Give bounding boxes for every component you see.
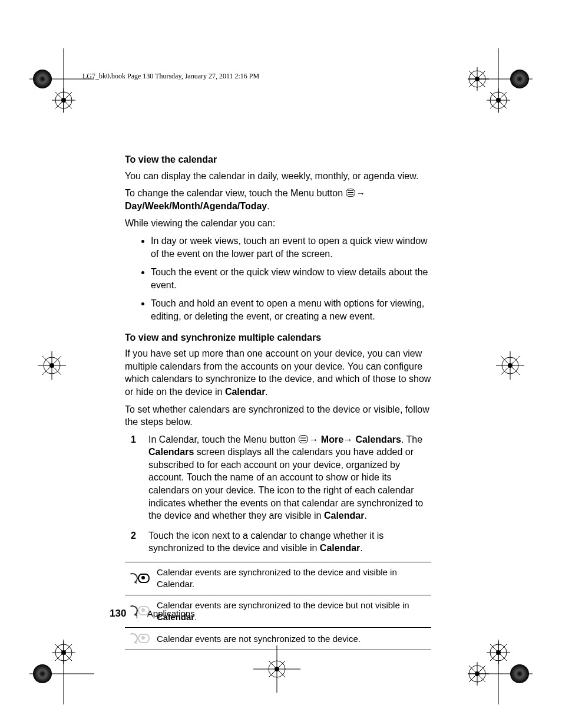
list-item: Touch and hold an event to open a menu w… bbox=[151, 297, 431, 322]
text: . bbox=[360, 543, 362, 553]
menu-button-icon bbox=[299, 435, 308, 443]
app-name: Calendar bbox=[320, 543, 360, 553]
svg-point-2 bbox=[33, 70, 52, 88]
footer-separator: | bbox=[136, 608, 138, 618]
app-name: Calendar bbox=[225, 387, 265, 397]
text: . bbox=[194, 612, 197, 622]
text: In Calendar, touch the Menu button bbox=[148, 434, 298, 444]
step-item: 2 Touch the icon next to a calendar to c… bbox=[125, 529, 431, 555]
text: If you have set up more than one account… bbox=[125, 348, 431, 397]
crop-mark-bottom-center bbox=[253, 645, 300, 693]
text: To change the calendar view, touch the M… bbox=[125, 188, 345, 198]
page-body: To view the calendar You can display the… bbox=[125, 153, 431, 650]
svg-point-44 bbox=[33, 664, 52, 683]
paragraph: If you have set up more than one account… bbox=[125, 347, 431, 398]
step-number: 2 bbox=[131, 529, 136, 542]
sync-visible-icon bbox=[127, 572, 147, 582]
section-title: Applications bbox=[147, 608, 195, 618]
app-name: Calendar bbox=[324, 510, 364, 521]
paragraph: While viewing the calendar you can: bbox=[125, 217, 431, 230]
list-item: Touch the event or the quick view window… bbox=[151, 266, 431, 291]
table-row: Calendar events are synchronized to the … bbox=[125, 562, 431, 595]
heading-view-calendar: To view the calendar bbox=[125, 153, 431, 166]
text: screen displays all the calendars you ha… bbox=[148, 447, 423, 521]
page-footer: 130 | Applications bbox=[110, 608, 195, 620]
page-number: 130 bbox=[110, 608, 126, 619]
arrow-icon: → bbox=[356, 188, 365, 198]
list-item: In day or week views, touch an event to … bbox=[151, 235, 431, 260]
menu-label: Calendars bbox=[356, 434, 401, 444]
nav-path: Day/Week/Month/Agenda/Today bbox=[125, 201, 267, 211]
text: . bbox=[364, 510, 366, 521]
step-number: 1 bbox=[131, 433, 136, 446]
menu-label: More bbox=[321, 434, 343, 444]
page: LG7_bk0.book Page 130 Thursday, January … bbox=[0, 0, 562, 728]
paragraph: You can display the calendar in daily, w… bbox=[125, 170, 431, 183]
crop-mark-bottom-left bbox=[29, 640, 94, 704]
svg-point-11 bbox=[510, 70, 529, 88]
page-header-info: LG7_bk0.book Page 130 Thursday, January … bbox=[82, 72, 259, 81]
step-item: 1 In Calendar, touch the Menu button → M… bbox=[125, 433, 431, 522]
bullet-list: In day or week views, touch an event to … bbox=[125, 235, 431, 323]
not-synced-icon bbox=[127, 632, 147, 643]
paragraph: To set whether calendars are synchronize… bbox=[125, 403, 431, 429]
crop-mark-top-left bbox=[29, 48, 94, 113]
menu-button-icon bbox=[346, 189, 355, 197]
arrow-icon: → bbox=[309, 434, 318, 444]
arrow-icon: → bbox=[343, 434, 353, 444]
heading-sync-calendars: To view and synchronize multiple calenda… bbox=[125, 331, 431, 344]
crop-mark-top-right bbox=[468, 48, 533, 113]
text: . The bbox=[401, 434, 422, 444]
screen-name: Calendars bbox=[148, 447, 194, 457]
crop-mark-mid-right bbox=[492, 348, 528, 383]
table-row: Calendar events are not synchronized to … bbox=[125, 628, 431, 650]
icon-legend-table: Calendar events are synchronized to the … bbox=[125, 562, 431, 650]
crop-mark-bottom-right bbox=[468, 640, 533, 704]
legend-text: Calendar events are synchronized to the … bbox=[154, 595, 431, 628]
paragraph: To change the calendar view, touch the M… bbox=[125, 187, 431, 212]
legend-text: Calendar events are synchronized to the … bbox=[154, 562, 431, 595]
svg-point-53 bbox=[510, 664, 529, 683]
crop-mark-mid-left bbox=[34, 348, 70, 383]
numbered-steps: 1 In Calendar, touch the Menu button → M… bbox=[125, 433, 431, 555]
legend-text: Calendar events are not synchronized to … bbox=[154, 628, 431, 650]
